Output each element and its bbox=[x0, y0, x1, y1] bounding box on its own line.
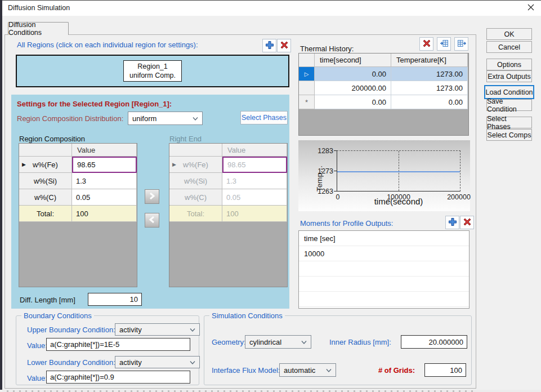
composition-distribution-dropdown[interactable]: uniform bbox=[128, 112, 203, 125]
corner-header-cell[interactable] bbox=[19, 144, 72, 157]
row-value-cell[interactable]: 98.65 bbox=[72, 157, 137, 173]
upper-boundary-dropdown[interactable]: activity bbox=[115, 323, 200, 336]
temperature-cell[interactable]: 1273.00 bbox=[391, 81, 468, 95]
settings-title: Settings for the Selected Region [Region… bbox=[17, 100, 172, 108]
row-value-cell[interactable]: 1.3 bbox=[72, 173, 137, 189]
inner-radius-input[interactable]: 20.000000 bbox=[401, 335, 467, 349]
value-column-header[interactable]: Value bbox=[72, 144, 137, 157]
table-row-selected: ▷ 0.00 1273.00 bbox=[299, 67, 468, 81]
thermal-delete-button[interactable] bbox=[419, 37, 433, 51]
thermal-history-label: Thermal History: bbox=[300, 44, 354, 53]
table-row: ▶ w%(Fe) 98.65 bbox=[169, 157, 287, 173]
moments-label: Moments for Profile Outputs: bbox=[300, 219, 393, 228]
row-value-cell: 1.3 bbox=[222, 173, 287, 189]
diff-length-input[interactable]: 10 bbox=[88, 293, 142, 306]
row-label-cell[interactable]: w%(C) bbox=[19, 189, 72, 206]
dropdown-value: cylindrical bbox=[249, 338, 281, 346]
thermal-import-table-button[interactable] bbox=[437, 37, 451, 51]
region-name: Region_1 bbox=[129, 62, 176, 71]
list-item-empty bbox=[299, 261, 469, 277]
list-item[interactable]: time [sec] bbox=[299, 231, 469, 246]
delete-x-icon bbox=[280, 41, 289, 51]
region-composition-title: Region Composition bbox=[19, 135, 85, 143]
regions-strip[interactable]: Region_1 uniform Comp. bbox=[16, 55, 289, 87]
select-phases-button-inline[interactable]: Select Phases bbox=[240, 111, 288, 124]
lower-boundary-dropdown[interactable]: activity bbox=[115, 356, 200, 368]
copy-left-button[interactable] bbox=[145, 213, 159, 228]
chevron-down-icon bbox=[190, 358, 195, 367]
row-value-cell: 98.65 bbox=[222, 157, 287, 173]
table-export-icon bbox=[457, 39, 466, 50]
table-row-new: * 0.00 0.00 bbox=[299, 95, 468, 109]
cancel-button[interactable]: Cancel bbox=[486, 41, 532, 53]
y-tick-label: 1283 bbox=[313, 147, 333, 155]
time-cell[interactable]: 0.00 bbox=[315, 67, 391, 81]
region-item[interactable]: Region_1 uniform Comp. bbox=[123, 60, 182, 82]
temperature-cell[interactable]: 1273.00 bbox=[391, 67, 468, 81]
tab-diffusion-conditions[interactable]: Diffusion Conditions bbox=[8, 22, 69, 35]
chevron-right-icon bbox=[149, 192, 155, 202]
upper-value-input[interactable]: a(C:graphite[*])=1E-5 bbox=[46, 338, 190, 351]
select-comps-button[interactable]: Select Comps bbox=[486, 129, 532, 141]
num-grids-input[interactable]: 100 bbox=[424, 363, 466, 377]
extra-outputs-button[interactable]: Extra Outputs bbox=[486, 70, 532, 82]
list-item[interactable]: 10000 bbox=[299, 246, 469, 261]
y-tick-label: 1263 bbox=[313, 188, 333, 195]
geometry-dropdown[interactable]: cylindrical bbox=[245, 335, 311, 349]
current-row-marker-icon: ▶ bbox=[172, 162, 176, 167]
new-row-marker-icon[interactable]: * bbox=[299, 95, 315, 109]
select-phases-inline-label: Select Phases bbox=[242, 114, 287, 122]
ok-button[interactable]: OK bbox=[486, 28, 532, 40]
plot-area bbox=[337, 150, 460, 191]
upper-value-label: Value: bbox=[27, 341, 47, 350]
row-value-cell[interactable]: 0.05 bbox=[72, 189, 137, 206]
save-condition-button[interactable]: Save Condition bbox=[486, 99, 532, 111]
dropdown-value: activity bbox=[119, 326, 142, 334]
lower-value-input[interactable]: a(C:graphite[*])=0.9 bbox=[46, 371, 190, 384]
temperature-cell[interactable]: 0.00 bbox=[391, 95, 468, 109]
row-label-cell: w%(C) bbox=[169, 189, 222, 206]
add-region-button[interactable] bbox=[262, 39, 276, 52]
temperature-column-header[interactable]: Temperature[K] bbox=[391, 54, 468, 67]
composition-distribution-label: Region Composition Distribution: bbox=[17, 114, 123, 123]
current-row-marker-icon[interactable]: ▷ bbox=[299, 67, 315, 81]
row-header-cell[interactable] bbox=[299, 81, 315, 95]
region-composition-grid: Value ▶ w%(Fe) 98.65 w%(Si) 1.3 w%(C) 0.… bbox=[19, 143, 137, 287]
lower-boundary-label: Lower Boundary Condition: bbox=[27, 358, 115, 367]
moments-list[interactable]: time [sec] 10000 bbox=[298, 230, 470, 309]
chevron-left-icon bbox=[149, 216, 155, 225]
delete-x-icon bbox=[422, 39, 431, 50]
time-column-header[interactable]: time[second] bbox=[315, 54, 391, 67]
corner-header-cell[interactable] bbox=[299, 54, 315, 67]
time-cell[interactable]: 200000.00 bbox=[315, 81, 391, 95]
inner-radius-label: Inner Radius [mm]: bbox=[329, 338, 391, 346]
dropdown-value: activity bbox=[119, 358, 142, 367]
diff-length-label: Diff. Length [mm] bbox=[20, 296, 75, 304]
right-end-grid: Value ▶ w%(Fe) 98.65 w%(Si) 1.3 w%(C) 0.… bbox=[169, 143, 288, 287]
interface-flux-model-dropdown[interactable]: automatic bbox=[279, 363, 336, 377]
close-button[interactable] bbox=[520, 0, 541, 16]
chevron-down-icon bbox=[301, 338, 307, 346]
delete-region-button[interactable] bbox=[277, 39, 291, 52]
right-end-title: Right End bbox=[169, 135, 202, 143]
close-icon bbox=[527, 4, 534, 12]
thermal-history-grid: time[second] Temperature[K] ▷ 0.00 1273.… bbox=[298, 53, 469, 136]
select-phases-button[interactable]: Select Phases bbox=[486, 117, 532, 128]
total-value-cell: 100 bbox=[222, 206, 287, 222]
row-label-cell[interactable]: w%(Si) bbox=[19, 173, 72, 189]
title-bar bbox=[2, 0, 541, 16]
region-desc: uniform Comp. bbox=[129, 71, 176, 80]
row-label-cell: w%(Si) bbox=[169, 173, 222, 189]
all-regions-label: All Regions (click on each individual re… bbox=[17, 41, 198, 49]
simulation-conditions-title: Simulation Conditions bbox=[209, 311, 285, 320]
row-label-cell[interactable]: w%(Fe) bbox=[19, 157, 72, 173]
copy-right-button[interactable] bbox=[145, 189, 159, 204]
moments-add-button[interactable] bbox=[445, 216, 459, 229]
moments-delete-button[interactable] bbox=[460, 216, 474, 229]
time-cell[interactable]: 0.00 bbox=[315, 95, 391, 109]
row-label-cell: w%(Fe) bbox=[169, 157, 222, 173]
thermal-export-table-button[interactable] bbox=[454, 37, 468, 51]
thermal-history-chart: Temp… 1283 1273 1263 0 100000 200000 tim… bbox=[298, 140, 470, 211]
geometry-label: Geometry: bbox=[212, 338, 246, 346]
options-button[interactable]: Options bbox=[486, 59, 532, 70]
